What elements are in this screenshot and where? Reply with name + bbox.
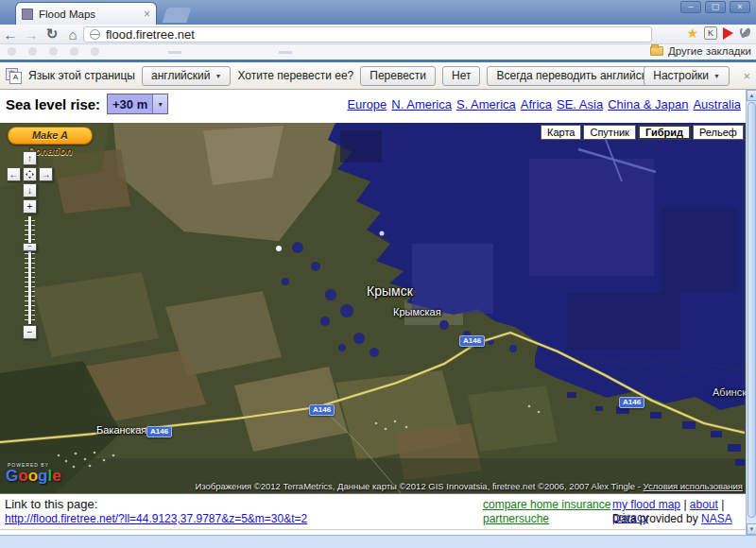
settings-dropdown[interactable]: Настройки ▼ bbox=[644, 66, 730, 86]
map-type-relef[interactable]: Рельеф bbox=[693, 125, 744, 140]
road-shield-a146: А146 bbox=[619, 397, 644, 408]
cloud bbox=[276, 246, 282, 251]
flood-map[interactable]: Make A Donation ↑ ← → ↓ + − − Карта Спут… bbox=[0, 123, 746, 494]
data-provided-note: Data provided by NASA bbox=[612, 512, 732, 525]
reload-icon[interactable]: ↻ bbox=[42, 26, 62, 43]
pan-right-button[interactable]: → bbox=[39, 167, 53, 181]
language-dropdown[interactable]: английский ▼ bbox=[142, 66, 231, 86]
minimize-icon[interactable]: – bbox=[680, 1, 701, 13]
chevron-down-icon: ▼ bbox=[215, 73, 221, 79]
translate-icon bbox=[6, 68, 22, 84]
nav-link-s-america[interactable]: S. America bbox=[456, 97, 516, 111]
scroll-up-icon[interactable]: ▲ bbox=[747, 90, 756, 101]
bookmark-icon[interactable] bbox=[28, 47, 37, 56]
google-letter: e bbox=[52, 467, 60, 485]
google-letter: o bbox=[28, 467, 38, 485]
folder-icon bbox=[650, 46, 663, 56]
about-link[interactable]: about bbox=[690, 498, 718, 511]
wrench-menu-icon[interactable] bbox=[739, 26, 752, 40]
chevron-down-icon: ▼ bbox=[713, 73, 720, 79]
infobar-close-icon[interactable]: × bbox=[743, 69, 750, 83]
google-logo[interactable]: Google bbox=[6, 467, 61, 486]
sea-level-select[interactable]: +30 m ▼ bbox=[107, 94, 168, 114]
map-type-karta[interactable]: Карта bbox=[541, 125, 581, 140]
sea-level-value: +30 m bbox=[108, 97, 152, 111]
donation-button[interactable]: Make A Donation bbox=[8, 127, 93, 145]
language-value: английский bbox=[151, 69, 210, 82]
bookmark-icon[interactable] bbox=[279, 51, 292, 54]
pan-left-button[interactable]: ← bbox=[7, 167, 21, 181]
map-type-sputnik[interactable]: Спутник bbox=[583, 125, 635, 140]
scroll-down-icon[interactable]: ▼ bbox=[747, 523, 756, 535]
nav-link-australia[interactable]: Australia bbox=[693, 97, 741, 111]
nav-link-se-asia[interactable]: SE. Asia bbox=[557, 97, 603, 111]
maximize-icon[interactable]: ▢ bbox=[705, 1, 726, 13]
separator: | bbox=[683, 498, 686, 511]
other-bookmarks-button[interactable]: Другие закладки bbox=[650, 45, 751, 57]
tab-flood-maps[interactable]: Flood Maps × bbox=[15, 2, 157, 25]
road-shield-a146: А146 bbox=[309, 404, 335, 416]
link-to-page-label: Link to this page: bbox=[5, 497, 97, 511]
bookmark-icon[interactable] bbox=[8, 47, 16, 56]
url-text: flood.firetree.net bbox=[106, 27, 195, 42]
zoom-in-button[interactable]: + bbox=[23, 199, 37, 214]
translate-button[interactable]: Перевести bbox=[360, 66, 436, 86]
village-label-abinskaya: Абинская bbox=[713, 386, 746, 398]
pan-up-button[interactable]: ↑ bbox=[23, 151, 37, 165]
pan-down-button[interactable]: ↓ bbox=[23, 183, 37, 197]
google-letter: G bbox=[6, 467, 18, 485]
back-icon[interactable]: ← bbox=[0, 26, 21, 43]
translate-infobar: Язык этой страницы английский ▼ Хотите п… bbox=[0, 62, 756, 90]
separator: | bbox=[721, 498, 724, 511]
terms-of-use-link[interactable]: Условия использования bbox=[644, 481, 743, 491]
nav-link-africa[interactable]: Africa bbox=[521, 97, 552, 111]
footer-divider bbox=[0, 529, 746, 530]
tab-title: Flood Maps bbox=[39, 9, 138, 20]
site-globe-icon bbox=[90, 29, 100, 40]
new-tab-button[interactable] bbox=[162, 8, 191, 23]
home-icon[interactable]: ⌂ bbox=[62, 26, 83, 43]
nasa-link[interactable]: NASA bbox=[701, 512, 732, 525]
ad-link-insurance[interactable]: compare home insurance bbox=[483, 498, 610, 511]
bookmark-icon[interactable] bbox=[168, 51, 181, 54]
bookmark-icon[interactable] bbox=[91, 47, 99, 56]
pan-center-button[interactable] bbox=[23, 167, 37, 181]
other-bookmarks-label: Другие закладки bbox=[668, 45, 751, 57]
nav-link-china-japan[interactable]: China & Japan bbox=[608, 97, 688, 111]
page-language-label: Язык этой страницы bbox=[28, 69, 135, 82]
ad-link-partnersuche[interactable]: partnersuche bbox=[483, 512, 549, 525]
town-label-krymskaya: Крымская bbox=[393, 306, 441, 317]
select-arrow-icon: ▼ bbox=[152, 94, 167, 113]
satellite-map-image[interactable] bbox=[0, 123, 746, 494]
scrollbar-thumb[interactable] bbox=[747, 102, 756, 518]
forward-icon[interactable]: → bbox=[21, 26, 42, 43]
my-flood-map-link[interactable]: my flood map bbox=[612, 498, 680, 511]
cloud bbox=[380, 231, 385, 236]
close-icon[interactable]: × bbox=[730, 1, 750, 13]
no-button-label: Нет bbox=[452, 69, 471, 82]
zoom-slider-track[interactable] bbox=[25, 216, 35, 324]
extension-k-icon[interactable]: K bbox=[704, 26, 717, 40]
kaspersky-icon[interactable] bbox=[723, 27, 733, 40]
bookmark-icon[interactable] bbox=[49, 47, 58, 56]
vertical-scrollbar[interactable]: ▲ ▼ bbox=[746, 90, 756, 535]
zoom-slider-handle[interactable]: − bbox=[23, 243, 37, 251]
data-note-text: Data provided by bbox=[612, 512, 701, 525]
page-header: Sea level rise: +30 m ▼ Europe N. Americ… bbox=[0, 90, 746, 123]
browser-toolbar: ← → ↻ ⌂ flood.firetree.net ★ K bbox=[0, 25, 756, 44]
no-button[interactable]: Нет bbox=[442, 66, 480, 86]
road-shield-a146: А146 bbox=[146, 426, 172, 437]
window-controls: – ▢ × bbox=[680, 1, 750, 13]
bookmark-star-icon[interactable]: ★ bbox=[686, 26, 698, 41]
city-label-krymsk: Крымск bbox=[367, 283, 413, 299]
map-type-gibrid-selected[interactable]: Гибрид bbox=[638, 125, 691, 140]
tab-close-icon[interactable]: × bbox=[144, 8, 150, 21]
nav-link-n-america[interactable]: N. America bbox=[391, 97, 452, 111]
nav-link-europe[interactable]: Europe bbox=[347, 97, 387, 111]
permalink[interactable]: http://flood.firetree.net/?ll=44.9123,37… bbox=[5, 512, 307, 525]
road-shield-a146: А146 bbox=[459, 335, 485, 347]
always-translate-button[interactable]: Всегда переводить английский bbox=[487, 66, 668, 86]
zoom-out-button[interactable]: − bbox=[23, 325, 37, 339]
bookmark-icon[interactable] bbox=[70, 47, 78, 56]
address-bar[interactable]: flood.firetree.net bbox=[83, 26, 652, 43]
